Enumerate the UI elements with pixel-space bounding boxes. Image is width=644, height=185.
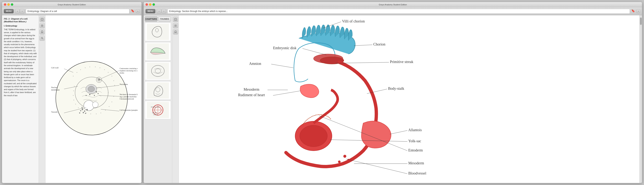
minimize-button[interactable] [7,3,10,6]
right-nav-forward[interactable]: › [162,9,166,14]
right-sidebar-icons [172,15,179,183]
maximize-button[interactable] [11,3,13,6]
svg-point-29 [90,113,91,114]
svg-rect-104 [188,16,630,182]
svg-text:Rudiment of heart: Rudiment of heart [238,93,265,97]
menu-button[interactable]: MENU [4,9,14,13]
svg-point-9 [56,61,128,135]
right-sidebar-icon-2[interactable] [173,23,178,28]
svg-point-16 [100,67,100,68]
sidebar-bookmark-icon[interactable] [40,29,45,35]
svg-rect-81 [147,24,169,40]
svg-text:Cell-inclusions (paraplasm): Cell-inclusions (paraplasm) [120,109,138,111]
svg-point-28 [96,113,96,114]
right-sidebar-icon-3[interactable] [173,29,178,35]
nav-forward-button[interactable]: › [20,9,24,14]
thumb-item-5[interactable]: Amniotic cavity Yolk-sac Chorion [145,101,171,119]
left-book-content: Cell wall Nuclear membrane Vacuole Centr… [46,15,142,183]
svg-line-8 [42,39,43,39]
right-sidebar-icon-1[interactable] [173,17,178,22]
svg-point-37 [74,86,75,87]
svg-point-13 [85,67,86,68]
svg-point-33 [75,104,76,104]
right-title-bar: Grays Anatomy Student Edition [144,2,642,7]
svg-text:Bloodvessel: Bloodvessel [408,171,426,175]
svg-text:trioles: trioles [120,72,124,74]
svg-text:trophere enclosing two cen-: trophere enclosing two cen- [120,70,138,72]
svg-point-42 [89,94,90,95]
svg-point-31 [82,110,82,111]
right-maximize-button[interactable] [152,3,155,6]
svg-point-15 [95,67,96,67]
section-heading: I. Embryology [4,25,37,27]
right-bookmark-icon[interactable]: 🔖 [631,9,635,14]
svg-text:Embryonic disk: Embryonic disk [273,46,296,50]
collapse-button[interactable]: » [136,10,140,13]
thumb-item-3[interactable] [145,62,171,80]
right-window: Grays Anatomy Student Edition MENU ‹ › E… [144,2,642,183]
svg-point-34 [74,100,74,100]
svg-text:Centrosome consisting of cen-: Centrosome consisting of cen- [120,67,138,69]
svg-text:ing a pseudo-nucleolus: ing a pseudo-nucleolus [120,96,136,98]
right-nav-back[interactable]: ‹ [157,9,161,14]
traffic-lights [4,3,13,6]
svg-point-27 [100,113,101,113]
left-window: Grays Anatomy Student Edition MENU ‹ › E… [2,2,142,183]
svg-text:Net-knot of chromatin form-: Net-knot of chromatin form- [120,93,138,95]
svg-point-116 [300,125,327,147]
svg-point-21 [114,85,115,86]
anatomy-main-content: Chorion Villi of chorion Amnion Mesoderm [179,15,640,183]
nav-back-button[interactable]: ‹ [15,9,20,14]
chapters-tab[interactable]: CHAPTERS [145,17,158,22]
bookmark-icon[interactable]: 🔖 [131,9,134,14]
body-text: THE TERM Embryology, in its widest sense… [4,28,37,97]
right-content: CHAPTERS THUMBS [144,15,642,183]
svg-point-11 [76,72,77,73]
svg-point-10 [73,76,74,76]
left-content-area: FIG. 1– Diagram of a cell. (Modified fro… [2,15,142,183]
thumb-list: Amniotic cavity Yolk-sac Chorion [144,22,172,183]
right-nav-buttons: ‹ › [157,9,166,14]
info-sidebar: FIG. 1– Diagram of a cell. (Modified fro… [2,15,39,183]
svg-point-2 [42,19,42,19]
svg-text:Entoderm: Entoderm [408,148,423,152]
svg-marker-103 [175,31,176,33]
svg-point-7 [41,37,43,39]
svg-point-44 [98,93,98,94]
right-traffic-lights [146,3,155,6]
svg-point-61 [82,107,82,108]
right-scrollbar[interactable] [640,15,642,183]
svg-text:Allantois: Allantois [408,128,422,132]
svg-point-19 [112,76,112,76]
thumb-item-1[interactable] [145,23,171,41]
svg-point-35 [73,95,74,96]
svg-point-59 [85,113,86,114]
right-collapse-button[interactable]: » [636,10,640,13]
svg-point-118 [348,159,350,161]
svg-text:membrane: membrane [51,89,60,91]
sidebar-info-icon[interactable] [40,17,45,22]
svg-text:Mesoderm: Mesoderm [244,87,260,91]
svg-text:Amniotic cavity: Amniotic cavity [151,106,160,108]
svg-marker-6 [42,31,43,33]
svg-point-47 [88,86,94,92]
close-button[interactable] [4,3,6,6]
svg-point-14 [90,67,90,67]
svg-text:Vacuole: Vacuole [51,111,58,113]
right-breadcrumb: Embryology: Section through the embryo w… [168,9,630,14]
thumbs-tab[interactable]: THUMBS [158,17,171,22]
svg-point-26 [105,110,106,111]
sidebar-toc-icon[interactable] [40,23,45,28]
thumb-item-4[interactable] [145,81,171,100]
sidebar-search-icon[interactable] [40,36,45,41]
svg-point-17 [104,69,105,70]
svg-point-43 [94,95,95,96]
svg-text:Amnion: Amnion [249,62,261,66]
right-minimize-button[interactable] [149,3,152,6]
svg-point-53 [92,102,98,108]
thumb-item-2[interactable] [145,42,171,61]
right-close-button[interactable] [146,3,148,6]
scroll-thumb [640,18,642,25]
right-window-title: Grays Anatomy Student Edition [379,4,407,6]
right-menu-button[interactable]: MENU [146,9,155,13]
